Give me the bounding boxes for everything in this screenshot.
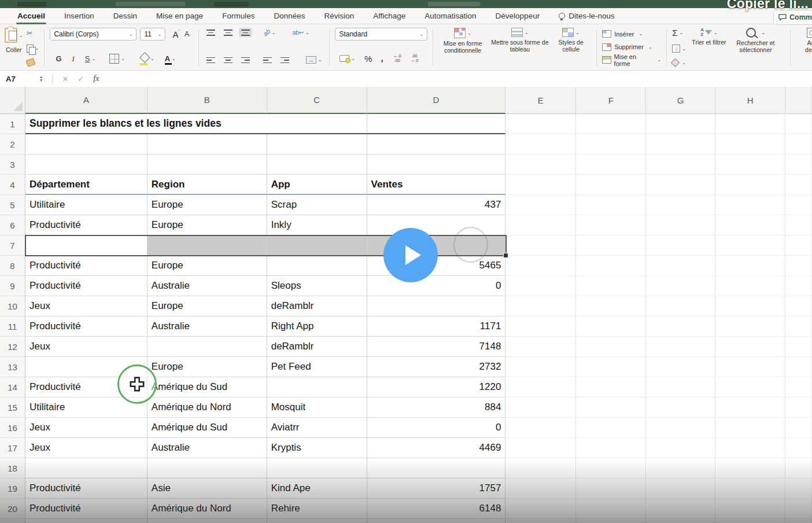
cell-D15[interactable]: 884 (367, 397, 506, 418)
paste-button[interactable]: ⌄ Coller (5, 28, 23, 53)
cell-empty[interactable] (785, 357, 812, 377)
cell-empty[interactable] (785, 418, 812, 438)
cell-empty[interactable] (646, 458, 715, 478)
tab-mise-en-page[interactable]: Mise en page (156, 12, 203, 20)
cell-empty[interactable] (785, 296, 812, 316)
cell-C6[interactable]: Inkly (267, 215, 367, 235)
cell-empty[interactable] (785, 154, 812, 175)
cell-empty[interactable] (785, 377, 812, 397)
row-header-7[interactable]: 7 (0, 235, 25, 256)
row-header-14[interactable]: 14 (0, 377, 25, 397)
align-bottom-button[interactable] (239, 28, 252, 37)
cell-C20[interactable]: Rehire (267, 499, 367, 519)
cell-A16[interactable]: Jeux (25, 418, 147, 438)
cell-empty[interactable] (576, 438, 646, 458)
wrap-text-button[interactable]: ab↩⌄ (290, 28, 312, 37)
fill-button[interactable]: ↓⌄ (672, 45, 686, 53)
cell-empty[interactable] (785, 397, 812, 418)
row-header-17[interactable]: 17 (0, 438, 25, 458)
cell-empty[interactable] (785, 438, 812, 458)
cell-empty[interactable] (646, 438, 715, 458)
cell-empty[interactable] (505, 215, 576, 235)
cell-C13[interactable]: Pet Feed (267, 357, 367, 377)
increase-decimal-button[interactable]: ←.0.00 (393, 54, 401, 63)
cell-empty[interactable] (576, 114, 646, 134)
cell-empty[interactable] (715, 235, 785, 256)
cell-empty[interactable] (576, 337, 646, 357)
cell-empty[interactable] (646, 337, 715, 357)
cell-C18[interactable] (267, 458, 367, 478)
cell-empty[interactable] (715, 134, 785, 154)
cell-empty[interactable] (576, 215, 646, 235)
cell-A11[interactable]: Productivité (25, 316, 147, 337)
decrease-decimal-button[interactable]: .00→.0 (411, 54, 419, 63)
cell-A6[interactable]: Productivité (25, 215, 147, 235)
cell-A10[interactable]: Jeux (25, 296, 147, 316)
cell-B20[interactable]: Amérique du Nord (147, 499, 267, 519)
cell-empty[interactable] (576, 154, 646, 175)
cell-empty[interactable] (715, 499, 785, 519)
tab-dessin[interactable]: Dessin (113, 12, 137, 20)
comments-button[interactable]: Commen (773, 10, 812, 25)
bold-button[interactable]: G (53, 53, 64, 64)
video-play-button[interactable] (383, 228, 438, 282)
cell-empty[interactable] (646, 377, 715, 397)
cell-A17[interactable]: Jeux (25, 438, 147, 458)
cell-D18[interactable] (367, 458, 506, 478)
row-header-6[interactable]: 6 (0, 215, 25, 235)
cell-empty[interactable] (715, 175, 785, 195)
cell-D12[interactable]: 7148 (367, 337, 506, 357)
cell-empty[interactable] (505, 397, 576, 418)
cell-empty[interactable] (646, 276, 715, 296)
cell-D4[interactable]: Ventes (367, 175, 506, 195)
font-color-button[interactable]: A⌄ (163, 54, 178, 64)
cell-D10[interactable] (367, 296, 506, 316)
column-header-C[interactable]: C (267, 87, 367, 114)
cell-empty[interactable] (715, 337, 785, 357)
cell-empty[interactable] (785, 235, 812, 256)
format-cells-button[interactable]: Mise en forme⌄ (602, 54, 661, 66)
cell-D20[interactable]: 6148 (367, 499, 506, 519)
cell-D14[interactable]: 1220 (367, 377, 506, 397)
cell-D1[interactable] (367, 114, 506, 134)
cell-empty[interactable] (785, 215, 812, 235)
column-header-B[interactable]: B (147, 87, 267, 114)
cell-B16[interactable]: Amérique du Sud (147, 418, 267, 438)
cell-B11[interactable]: Australie (147, 316, 267, 337)
grow-font-button[interactable]: Aˆ (170, 28, 182, 40)
cell-empty[interactable] (785, 499, 812, 519)
number-format-select[interactable]: Standard⌄ (335, 28, 427, 40)
row-header-8[interactable]: 8 (0, 256, 25, 276)
cell-C12[interactable]: deRamblr (267, 337, 367, 357)
cell-empty[interactable] (715, 276, 785, 296)
cancel-icon[interactable]: ✕ (62, 75, 68, 83)
cell-C3[interactable] (267, 154, 367, 175)
cell-empty[interactable] (715, 256, 785, 276)
tab-insertion[interactable]: Insertion (64, 12, 94, 20)
cell-styles-button[interactable]: ⌄ Styles de cellule (553, 28, 589, 68)
insert-function-icon[interactable]: fx (93, 74, 99, 83)
autosum-button[interactable]: Σ⌄ (672, 28, 686, 38)
cell-empty[interactable] (715, 377, 785, 397)
cell-empty[interactable] (576, 377, 646, 397)
row-header-19[interactable]: 19 (0, 478, 25, 499)
cell-empty[interactable] (576, 478, 646, 499)
cell-empty[interactable] (576, 296, 646, 316)
row-header-21[interactable] (0, 519, 25, 523)
cell-empty[interactable] (505, 418, 576, 438)
cell-empty[interactable] (505, 458, 576, 478)
tab-accueil[interactable]: Accueil (17, 12, 45, 20)
column-header-H[interactable]: H (715, 87, 785, 114)
cell-empty[interactable] (785, 175, 812, 195)
row-header-4[interactable]: 4 (0, 175, 25, 195)
column-header-A[interactable]: A (25, 87, 147, 114)
column-header-partial[interactable] (785, 87, 812, 114)
cell-B21[interactable] (147, 519, 267, 523)
cell-empty[interactable] (715, 397, 785, 418)
video-card-title[interactable]: Copier le li... (727, 0, 809, 12)
cell-empty[interactable] (646, 357, 715, 377)
tab-automatisation[interactable]: Automatisation (425, 12, 476, 20)
cell-empty[interactable] (646, 235, 715, 256)
cell-A9[interactable]: Productivité (25, 276, 147, 296)
percent-button[interactable]: % (362, 53, 374, 65)
